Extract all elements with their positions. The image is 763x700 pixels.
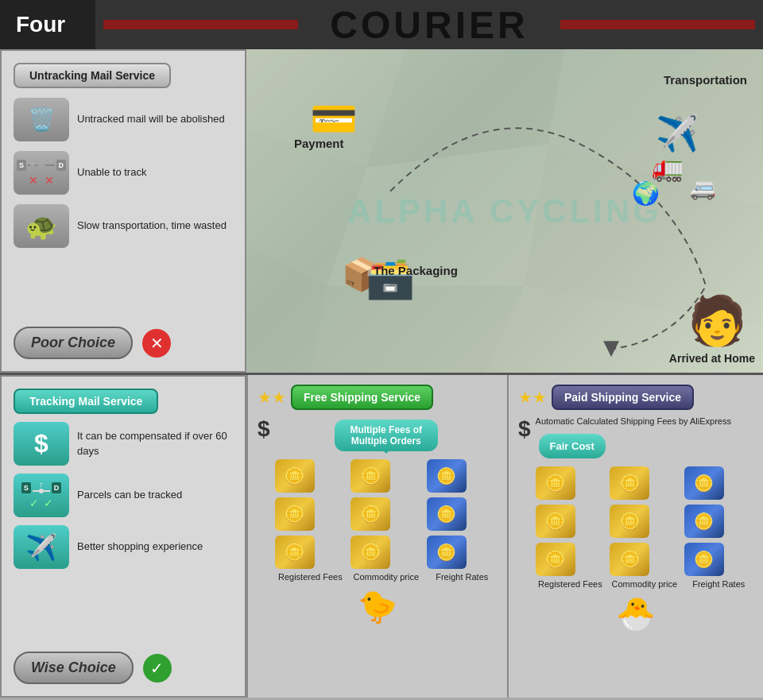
arrived-label: Arrived at Home [669, 352, 755, 365]
feature-text-3: Slow transportation, time wasted [77, 219, 227, 233]
watermark: ALPHA CYCLING [347, 192, 662, 230]
paid-coin-3-3: 🪙 [684, 543, 724, 576]
paid-coin-2-1: 🪙 [536, 505, 575, 538]
poor-choice-badge: ✕ [142, 329, 171, 358]
feature-row-1: 🗑️ Untracked mail will be abolished [14, 98, 233, 141]
free-col-3: Freight Rates [427, 572, 498, 582]
credit-cards-icon: 💳 [310, 97, 358, 141]
plane-icon-box: ✈️ [14, 525, 69, 569]
dollar-icon-box: $ [14, 422, 69, 466]
free-emoji: 🐤 [258, 588, 498, 625]
delivery-person-icon: 🧑 [687, 292, 747, 349]
svg-marker-9 [603, 341, 619, 357]
wise-choice-badge: ✓ [143, 654, 172, 683]
bl-feature-text-1: It can be compensated if over 60 days [77, 429, 233, 458]
poor-choice-label: Poor Choice [31, 335, 115, 351]
van-icon: 🚐 [690, 176, 715, 201]
untracking-service-button[interactable]: Untracking Mail Service [14, 63, 171, 88]
free-stars: ★★ [258, 388, 286, 407]
coin-3-1: 🪙 [275, 536, 315, 569]
paid-coin-grid: 🪙 🪙 🪙 🪙 🪙 🪙 🪙 🪙 🪙 [536, 466, 753, 576]
coin-2-3: 🪙 [427, 497, 467, 531]
packaging-label: The Packaging [374, 264, 458, 277]
turtle-icon-box: 🐢 [14, 204, 69, 248]
page-header: Four COURIER [0, 0, 763, 49]
bl-feature-row-1: $ It can be compensated if over 60 days [14, 422, 233, 466]
bottom-section: Tracking Mail Service $ It can be compen… [0, 375, 763, 698]
no-track-icon-box: S T D ✕ ✕ [14, 151, 69, 195]
paid-coin-3-2: 🪙 [610, 543, 649, 576]
wise-choice-label: Wise Choice [31, 659, 116, 676]
feature-text-1: Untracked mail will be abolished [77, 112, 225, 126]
track-icon-box: S T D ✓ [14, 474, 69, 517]
trash-icon-box: 🗑️ [14, 98, 69, 141]
feature-row-2: S T D ✕ ✕ Unabl [14, 151, 233, 195]
transportation-label: Transportation [664, 73, 747, 87]
bl-feature-text-3: Better shopping experience [77, 540, 203, 554]
poor-choice-button[interactable]: Poor Choice [14, 327, 133, 359]
paid-dollar: $ [518, 416, 531, 442]
free-dollar: $ [258, 416, 270, 442]
tracking-service-button[interactable]: Tracking Mail Service [14, 389, 158, 414]
plane-icon: ✈️ [25, 532, 57, 563]
feature-row-3: 🐢 Slow transportation, time wasted [14, 204, 233, 248]
free-shipping-header: ★★ Free Shipping Service [258, 385, 498, 410]
coin-2-1: 🪙 [275, 497, 315, 531]
bl-feature-row-3: ✈️ Better shopping experience [14, 525, 233, 569]
coin-3-3: 🪙 [427, 536, 467, 569]
header-bar-left [103, 20, 298, 29]
coin-2-2: 🪙 [351, 497, 390, 531]
paid-coin-1-3: 🪙 [684, 466, 724, 500]
bl-feature-row-2: S T D ✓ [14, 474, 233, 517]
wise-choice-button[interactable]: Wise Choice [14, 652, 134, 684]
free-shipping-panel: ★★ Free Shipping Service $ Multiple Fees… [246, 375, 509, 698]
tracking-panel: Tracking Mail Service $ It can be compen… [0, 375, 246, 698]
paid-stars: ★★ [518, 388, 547, 407]
bl-feature-text-2: Parcels can be tracked [77, 488, 182, 502]
free-shipping-button[interactable]: Free Shipping Service [291, 385, 433, 410]
paid-shipping-button[interactable]: Paid Shipping Service [552, 385, 694, 410]
section-number: Four [0, 0, 95, 49]
section-label: Four [16, 12, 65, 37]
paid-coin-3-1: 🪙 [536, 543, 575, 576]
transport-diagram: ALPHA CYCLING Transportation Payment 💳 ✈… [246, 49, 763, 373]
turtle-icon: 🐢 [25, 211, 57, 242]
paid-col-1: Registered Fees [536, 579, 605, 589]
coin-1-1: 🪙 [275, 459, 315, 493]
feature-text-2: Unable to track [77, 165, 146, 180]
paid-coin-1-2: 🪙 [610, 466, 649, 500]
paid-coin-labels: Registered Fees Commodity price Freight … [536, 579, 753, 589]
untracking-panel: Untracking Mail Service 🗑️ Untracked mai… [0, 49, 246, 373]
truck-icon: 🚛 [652, 153, 684, 183]
paid-coin-2-2: 🪙 [610, 505, 649, 538]
packages-stack-icon: 🗃️ [366, 255, 415, 301]
free-col-1: Registered Fees [275, 572, 346, 582]
coin-3-2: 🪙 [351, 536, 390, 569]
paid-emoji: 🐣 [518, 595, 753, 632]
trash-icon: 🗑️ [28, 106, 56, 133]
main-content: Untracking Mail Service 🗑️ Untracked mai… [0, 49, 763, 700]
fair-cost-bubble: Fair Cost [539, 434, 606, 458]
globe-icon: 🌍 [632, 180, 660, 207]
coin-1-2: 🪙 [351, 459, 390, 493]
page-title: COURIER [306, 3, 552, 47]
dollar-icon: $ [34, 429, 48, 458]
paid-shipping-panel: ★★ Paid Shipping Service $ Automatic Cal… [509, 375, 763, 698]
paid-col-3: Freight Rates [684, 579, 753, 589]
paid-col-2: Commodity price [610, 579, 679, 589]
top-section: Untracking Mail Service 🗑️ Untracked mai… [0, 49, 763, 375]
free-coin-labels: Registered Fees Commodity price Freight … [275, 572, 498, 582]
multiple-fees-bubble: Multiple Fees of Multiple Orders [335, 420, 438, 451]
paid-coin-2-3: 🪙 [684, 505, 724, 538]
free-col-2: Commodity price [351, 572, 421, 582]
free-coin-grid: 🪙 🪙 🪙 🪙 🪙 🪙 🪙 🪙 🪙 [275, 459, 498, 569]
paid-coin-1-1: 🪙 [536, 466, 575, 500]
header-bar-right [560, 20, 755, 29]
airplane-icon: ✈️ [656, 113, 699, 154]
auto-calc-desc: Automatic Calculated Shipping Fees by Al… [536, 416, 753, 426]
coin-1-3: 🪙 [427, 459, 467, 493]
paid-shipping-header: ★★ Paid Shipping Service [518, 385, 753, 410]
